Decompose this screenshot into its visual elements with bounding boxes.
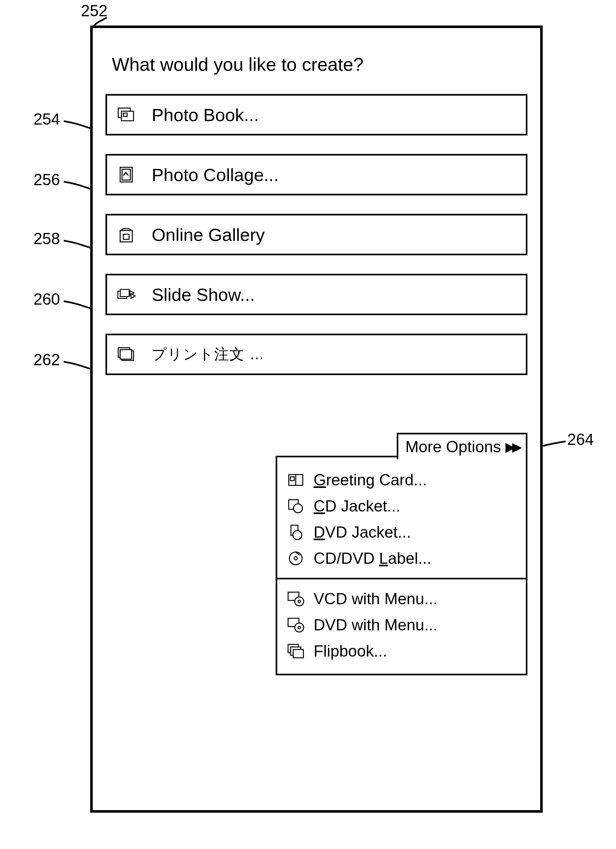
vcd-with-menu-item[interactable]: VCD with Menu... bbox=[287, 586, 516, 612]
cd-jacket-item[interactable]: CD Jacket... bbox=[287, 493, 516, 519]
svg-rect-6 bbox=[123, 234, 129, 239]
svg-point-25 bbox=[295, 623, 304, 632]
print-order-button[interactable]: プリント注文 … bbox=[106, 334, 527, 375]
greeting-card-label: Greeting Card... bbox=[314, 471, 427, 489]
print-order-label: プリント注文 … bbox=[152, 344, 265, 364]
dvd-with-menu-label: DVD with Menu... bbox=[314, 616, 437, 634]
dvd-with-menu-item[interactable]: DVD with Menu... bbox=[287, 612, 516, 638]
online-gallery-button[interactable]: Online Gallery bbox=[106, 214, 527, 255]
svg-rect-5 bbox=[120, 231, 132, 242]
photo-collage-label: Photo Collage... bbox=[152, 164, 278, 185]
greeting-card-item[interactable]: Greeting Card... bbox=[287, 467, 516, 493]
online-gallery-icon bbox=[117, 225, 136, 244]
svg-rect-11 bbox=[120, 350, 132, 359]
flipbook-label: Flipbook... bbox=[314, 642, 387, 660]
cd-dvd-label-icon bbox=[287, 550, 305, 567]
create-panel: What would you like to create? Photo Boo… bbox=[90, 25, 543, 813]
photo-book-label: Photo Book... bbox=[152, 104, 259, 125]
flipbook-item[interactable]: Flipbook... bbox=[287, 638, 516, 664]
more-options-menu: Greeting Card... CD Jacket... DVD Jacket… bbox=[276, 456, 527, 675]
print-order-icon bbox=[117, 345, 136, 364]
menu-separator bbox=[277, 578, 526, 579]
svg-point-22 bbox=[295, 597, 304, 606]
svg-point-19 bbox=[289, 552, 302, 565]
greeting-card-icon bbox=[287, 471, 305, 489]
slide-show-label: Slide Show... bbox=[152, 284, 255, 305]
svg-rect-8 bbox=[120, 289, 129, 297]
slide-show-icon bbox=[117, 285, 136, 304]
online-gallery-label: Online Gallery bbox=[152, 224, 265, 245]
photo-collage-icon bbox=[117, 165, 136, 184]
dvd-jacket-label: DVD Jacket... bbox=[314, 523, 411, 541]
dvd-jacket-item[interactable]: DVD Jacket... bbox=[287, 519, 516, 545]
svg-rect-14 bbox=[290, 477, 294, 481]
svg-rect-4 bbox=[122, 169, 130, 180]
cd-dvd-label-label: CD/DVD Label... bbox=[314, 549, 431, 567]
dvd-with-menu-icon bbox=[287, 616, 305, 634]
svg-rect-29 bbox=[293, 649, 304, 658]
more-options-arrows-icon: ▶▶ bbox=[506, 439, 519, 454]
flipbook-icon bbox=[287, 642, 305, 660]
cd-jacket-label: CD Jacket... bbox=[314, 497, 400, 515]
slide-show-button[interactable]: Slide Show... bbox=[106, 274, 527, 315]
vcd-with-menu-icon bbox=[287, 590, 305, 608]
more-options-button[interactable]: More Options ▶▶ bbox=[397, 433, 527, 459]
vcd-with-menu-label: VCD with Menu... bbox=[314, 590, 437, 608]
dvd-jacket-icon bbox=[287, 523, 305, 541]
photo-book-icon bbox=[117, 105, 136, 124]
more-options-label: More Options bbox=[405, 438, 501, 456]
cd-dvd-label-item[interactable]: CD/DVD Label... bbox=[287, 545, 516, 571]
photo-book-button[interactable]: Photo Book... bbox=[106, 94, 527, 136]
photo-collage-button[interactable]: Photo Collage... bbox=[106, 154, 527, 195]
cd-jacket-icon bbox=[287, 497, 305, 515]
svg-point-18 bbox=[293, 531, 302, 539]
svg-point-16 bbox=[293, 504, 302, 513]
panel-heading: What would you like to create? bbox=[112, 54, 527, 75]
svg-point-20 bbox=[294, 557, 297, 560]
